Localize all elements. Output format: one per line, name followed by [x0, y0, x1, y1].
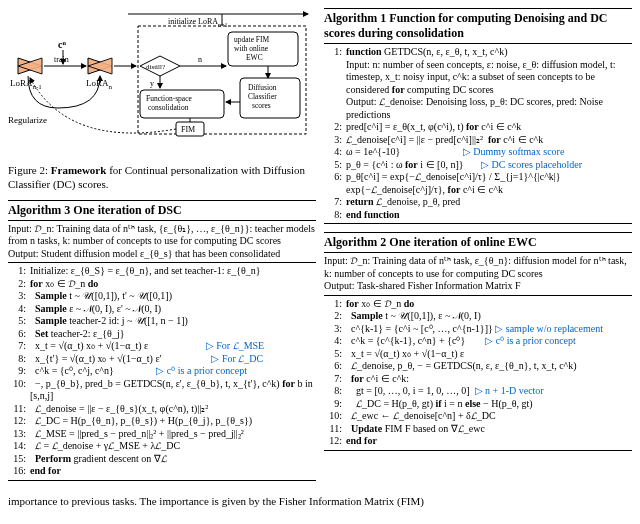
algo-line: 3: c^{k-1} = {c^i ~ [c⁰, …, c^{n-1}]} ▷ … [324, 323, 632, 336]
algo-line: 6: Set teacher-2: ε_{θ_j} [8, 328, 316, 341]
algo-line: 2:pred[c^i] = ε_θ(x_t, φ(c^i), t) for c^… [324, 121, 632, 134]
algo3-input: Input: 𝓓_n: Training data of nᵗʰ task, {… [8, 223, 315, 247]
algo2-output: Output: Task-shared Fisher Information M… [324, 280, 521, 291]
distill-label: distill? [146, 63, 165, 71]
algo2-body: 1:for x₀ ∈ 𝓓_n do2: Sample t ~ 𝒰([0,1]),… [324, 296, 632, 450]
algo-line: 2:for x₀ ∈ 𝓓_n do [8, 278, 316, 291]
algo3-body: 1:Initialize: ε_{θ_S} = ε_{θ_n}, and set… [8, 263, 316, 480]
left-column: LoRAn-1 train cⁿ LoRAn Regularize [8, 8, 316, 489]
algo-line: 1:Initialize: ε_{θ_S} = ε_{θ_n}, and set… [8, 265, 316, 278]
algo-line: 7: for c^i ∈ c^k: [324, 373, 632, 386]
algo1-title: Algorithm 1 Function for computing Denoi… [324, 9, 632, 44]
figure-2-caption: Figure 2: Framework for Continual person… [8, 164, 316, 192]
algo3-output: Output: Student diffusion model ε_{θ_s} … [8, 248, 280, 259]
yes-label: y [150, 79, 154, 88]
algo-line: 6: 𝓛_denoise, p_θ, − = GETDCS(n, ε, ε_{θ… [324, 360, 632, 373]
algo-line: 4: Sample ε ~ 𝒩(0, I), ε' ~ 𝒩(0, I) [8, 303, 316, 316]
algo-line: 11: Update FIM F based on ∇𝓛_ewc [324, 423, 632, 436]
algo-line: 9: c^k = {c⁰, c^j, c^n} ▷ c⁰ is a prior … [8, 365, 316, 378]
algo-line: 3: Sample t ~ 𝒰([0,1]), t' ~ 𝒰([0,1]) [8, 290, 316, 303]
algo-line: 5: x_t = √(α_t) x₀ + √(1−α_t) ε [324, 348, 632, 361]
algo-line: 10: 𝓛_ewc ← 𝓛_denoise[c^n] + δ𝓛_DC [324, 410, 632, 423]
figure-title-bold: Framework [51, 164, 107, 176]
algo2-title: Algorithm 2 One iteration of online EWC [324, 233, 632, 253]
fim-label: FIM [181, 125, 195, 134]
algo-line: 8: x_{t'} = √(α_t) x₀ + √(1−α_t) ε' ▷ Fo… [8, 353, 316, 366]
algo-line: 1:function GETDCS(n, ε, ε_θ, t, x_t, c^k… [324, 46, 632, 59]
algo-line: 5: Sample teacher-2 id: j ~ 𝒰([1, n − 1]… [8, 315, 316, 328]
algo-line: 12: 𝓛_DC = H(p_{θ_n}, p_{θ_s}) + H(p_{θ_… [8, 415, 316, 428]
algo-line: 15: Perform gradient descent on ∇𝓛 [8, 453, 316, 466]
no-label: n [198, 55, 202, 64]
algo-line: 9: 𝓛_DC = H(p_θ, gt) if i = n else − H(p… [324, 398, 632, 411]
algorithm-1: Algorithm 1 Function for computing Denoi… [324, 8, 632, 224]
algo-line: 13: 𝓛_MSE = ||pred_s − pred_n||₂² + ||pr… [8, 428, 316, 441]
algo-line: 5:p_θ = {c^i : ω for i ∈ [0, n]} ▷ DC sc… [324, 159, 632, 172]
algo-line: 7:return 𝓛_denoise, p_θ, pred [324, 196, 632, 209]
algo2-input: Input: 𝓓_n: Training data of nᵗʰ task, ε… [324, 255, 627, 279]
algo-line: 16:end for [8, 465, 316, 478]
regularize-label: Regularize [8, 115, 47, 125]
right-column: Algorithm 1 Function for computing Denoi… [324, 8, 632, 489]
figure-2-diagram: LoRAn-1 train cⁿ LoRAn Regularize [8, 8, 316, 158]
algorithm-3: Algorithm 3 One iteration of DSC Input: … [8, 200, 316, 481]
lora-prev-label: LoRAn-1 [10, 78, 42, 91]
algo-line: 8:end function [324, 209, 632, 222]
algo-line: 3:𝓛_denoise[c^i] = ||ε − pred[c^i]||₂² f… [324, 134, 632, 147]
algo-line: 4: c^k = {c^{k-1}, c^n} + {c⁰} ▷ c⁰ is a… [324, 335, 632, 348]
algo-line: 6:p_θ[c^i] = exp{−𝓛_denoise[c^i]/τ} / Σ_… [324, 171, 632, 196]
cn-label: cⁿ [58, 39, 66, 50]
init-label: initialize LoRAn+1 [168, 17, 227, 28]
algo-line: 11: 𝓛_denoise = ||ε − ε_{θ_s}(x_t, φ(c^n… [8, 403, 316, 416]
algo-line: 8: gt = [0, …, 0, i = 1, 0, …, 0] ▷ n + … [324, 385, 632, 398]
algo-line: 12:end for [324, 435, 632, 448]
algo-line: 7: x_t = √(α_t) x₀ + √(1−α_t) ε ▷ For 𝓛_… [8, 340, 316, 353]
algo-line: 10: −, p_{θ_b}, pred_b = GETDCS(n, ε', ε… [8, 378, 316, 403]
algorithm-2: Algorithm 2 One iteration of online EWC … [324, 232, 632, 451]
figure-label: Figure 2: [8, 164, 48, 176]
algo-line: Output: 𝓛_denoise: Denoising loss, p_θ: … [324, 96, 632, 121]
framework-svg: LoRAn-1 train cⁿ LoRAn Regularize [8, 8, 313, 158]
algo1-body: 1:function GETDCS(n, ε, ε_θ, t, x_t, c^k… [324, 44, 632, 223]
algo2-io: Input: 𝓓_n: Training data of nᵗʰ task, ε… [324, 253, 632, 296]
algo-line: 2: Sample t ~ 𝒰([0,1]), ε ~ 𝒩(0, I) [324, 310, 632, 323]
algo-line: 1:for x₀ ∈ 𝓓_n do [324, 298, 632, 311]
algo3-io: Input: 𝓓_n: Training data of nᵗʰ task, {… [8, 221, 316, 264]
cutoff-text: importance to previous tasks. The import… [8, 495, 632, 509]
algo-line: Input: n: number of seen concepts, ε: no… [324, 59, 632, 97]
algo3-title: Algorithm 3 One iteration of DSC [8, 201, 316, 221]
algo-line: 14: 𝓛 = 𝓛_denoise + γ𝓛_MSE + λ𝓛_DC [8, 440, 316, 453]
fsc-label: Function-space consolidation [146, 94, 194, 112]
algo-line: 4:ω = 1e^{-10} ▷ Dummy softmax score [324, 146, 632, 159]
train-label: train [54, 55, 69, 64]
page-two-column: LoRAn-1 train cⁿ LoRAn Regularize [8, 8, 632, 489]
